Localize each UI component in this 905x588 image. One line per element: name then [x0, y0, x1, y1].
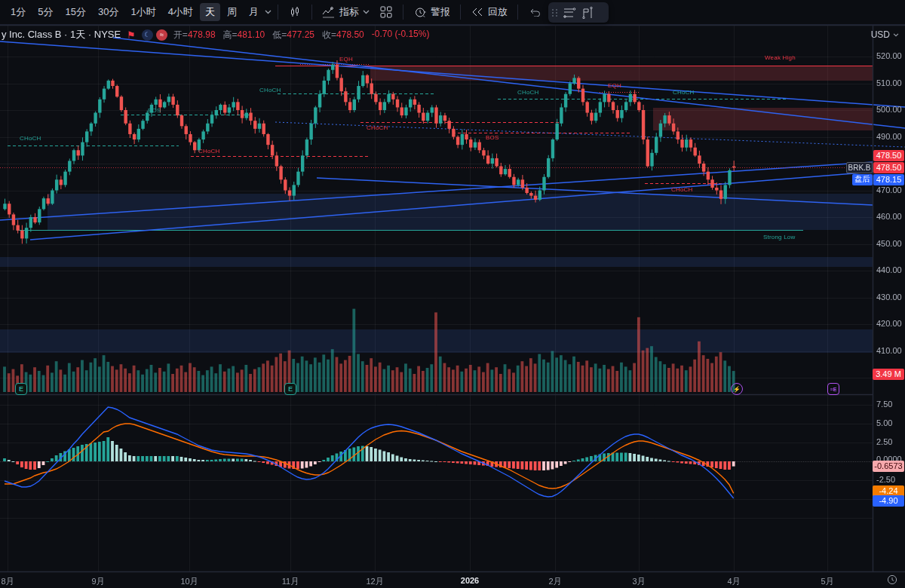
flash-event-icon[interactable]: ⚡: [731, 383, 743, 395]
close-value: 478.50: [336, 29, 364, 40]
alarm-clock-icon: [413, 5, 427, 19]
chart-canvas[interactable]: [0, 0, 905, 588]
high-label: 高: [223, 29, 232, 40]
toolbar-divider: [517, 5, 518, 20]
timeframe-1小时[interactable]: 1小时: [125, 3, 161, 21]
candle-style-button[interactable]: [284, 3, 306, 21]
flag-icon[interactable]: ⚑: [127, 29, 136, 41]
time-tick: 3月: [632, 576, 645, 587]
replay-button[interactable]: 回放: [466, 3, 512, 21]
timeframe-30分[interactable]: 30分: [93, 3, 124, 21]
toolbar-divider: [278, 5, 278, 20]
time-tick: 2026: [461, 576, 479, 585]
indicators-icon: [322, 5, 336, 19]
close-label: 收: [322, 29, 331, 40]
earnings-icon[interactable]: E: [15, 383, 27, 395]
alert-label: 警报: [431, 5, 450, 19]
smc-label-choch: CHoCH: [517, 89, 539, 96]
top-toolbar: 1分5分15分30分1小时4小时天周月 指标: [0, 0, 905, 25]
smc-label-choch: CHoCH: [367, 124, 388, 131]
price-tick: 500.00: [876, 105, 905, 114]
symbol-tag[interactable]: BRK.B: [846, 162, 873, 173]
price-tick: 510.00: [876, 78, 905, 87]
price-tick: 450.00: [876, 239, 905, 248]
currency-label: USD: [871, 29, 890, 40]
smc-label-choch: CHoCH: [673, 89, 695, 96]
macd-tick: 5.00: [876, 418, 905, 427]
undo-icon: [528, 5, 541, 19]
smc-label-choch: CHoCH: [20, 135, 41, 142]
open-label: 开: [173, 29, 183, 40]
indicators-label: 指标: [339, 5, 359, 19]
high-value: 481.10: [238, 29, 265, 40]
symbol-info-row: y Inc. Class B · 1天 · NYSE ⚑ ☾ ≈ 开=478.9…: [2, 29, 429, 41]
price-tick: 490.00: [876, 132, 905, 141]
chevron-down-icon: [363, 8, 370, 16]
price-tick: 520.00: [876, 51, 905, 60]
price-tick: 430.00: [876, 292, 905, 302]
timeframe-天[interactable]: 天: [200, 3, 220, 21]
drag-handle[interactable]: [552, 9, 558, 17]
chevron-down-icon[interactable]: [265, 8, 272, 16]
currency-selector[interactable]: USD: [871, 29, 899, 40]
time-tick: 12月: [366, 576, 383, 587]
time-tick: 9月: [91, 576, 104, 587]
smc-label-eqh: EQH: [608, 82, 621, 89]
price-tick: 420.00: [876, 319, 905, 328]
toolbar-divider: [311, 5, 312, 20]
postmarket-price-label: 478.15: [873, 174, 904, 185]
layout-grid-button[interactable]: [375, 3, 397, 21]
indicators-button[interactable]: 指标: [318, 3, 375, 21]
timeframe-5分[interactable]: 5分: [32, 3, 58, 21]
volume-axis-label: 3.49 M: [873, 369, 904, 380]
low-label: 低: [272, 29, 281, 40]
time-tick: 10月: [180, 576, 198, 587]
timeframe-4小时[interactable]: 4小时: [163, 3, 198, 21]
smc-label-choch: CHoCH: [259, 87, 281, 93]
session-clock-icon[interactable]: [887, 574, 897, 585]
time-tick: 8月: [1, 576, 14, 587]
ohlc-readout: 开=478.98 高=481.10 低=477.25 收=478.50 -0.7…: [173, 29, 430, 41]
smc-label-weak-high: Weak High: [765, 54, 796, 61]
timeframe-group: 1分5分15分30分1小时4小时天周月: [5, 3, 265, 21]
toolbar-divider: [460, 5, 461, 20]
floating-toolbar: [548, 2, 609, 23]
rewind-icon: [471, 5, 484, 19]
smc-label-eqh: EQH: [339, 56, 353, 63]
timeframe-15分[interactable]: 15分: [60, 3, 90, 21]
open-value: 478.98: [188, 29, 216, 40]
delayed-data-icon: ≈: [156, 29, 167, 41]
trading-app: 1分5分15分30分1小时4小时天周月 指标: [0, 0, 905, 588]
earnings-upcoming-icon[interactable]: ≡E: [827, 383, 839, 395]
timeframe-周[interactable]: 周: [222, 3, 242, 21]
time-tick: 11月: [282, 576, 299, 587]
price-tick: 410.00: [876, 346, 905, 355]
time-tick: 4月: [727, 576, 740, 587]
flag-pole-icon[interactable]: [581, 6, 594, 20]
macd-value-label: -4.90: [873, 495, 904, 507]
postmarket-tag: 盘后: [852, 174, 873, 185]
trendlines-list-icon[interactable]: [563, 6, 576, 20]
smc-label-choch: CHoCH: [198, 148, 220, 155]
symbol-price-label: 478.50: [873, 162, 904, 173]
smc-label-choch: CHoCH: [671, 186, 693, 193]
smc-label-bos: BOS: [148, 107, 161, 114]
symbol-title[interactable]: y Inc. Class B · 1天 · NYSE: [2, 28, 121, 41]
undo-button[interactable]: [523, 3, 546, 21]
candlestick-icon: [288, 5, 302, 19]
smc-label-bos: BOS: [486, 134, 499, 141]
macd-tick: -2.50: [876, 475, 905, 484]
macd-hist-label: -0.6573: [873, 461, 904, 472]
time-tick: 5月: [821, 576, 833, 587]
alert-button[interactable]: 警报: [409, 3, 455, 21]
timeframe-月[interactable]: 月: [244, 3, 264, 21]
price-tick: 460.00: [876, 212, 905, 221]
earnings-icon[interactable]: E: [284, 383, 296, 395]
price-tick: 440.00: [876, 265, 905, 274]
macd-tick: 2.50: [876, 437, 905, 446]
chevron-down-icon: [893, 33, 899, 37]
timeframe-1分[interactable]: 1分: [5, 3, 31, 21]
macd-tick: 7.50: [876, 400, 905, 409]
close-price-label: 478.50: [873, 150, 904, 161]
smc-label-strong-low: Strong Low: [763, 234, 795, 240]
